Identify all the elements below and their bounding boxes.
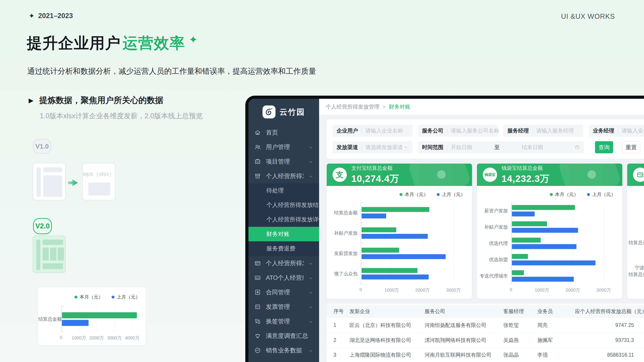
table-cell: 吴焱燕	[501, 333, 535, 348]
wireframe-v1	[33, 163, 66, 200]
divider	[532, 128, 533, 134]
sidebar-item-label: 用户管理	[266, 143, 290, 151]
table-cell: 424	[637, 348, 644, 362]
x-axis-labels: 01000万2000万3000万4000万	[61, 335, 139, 342]
chevron-down-icon	[308, 348, 313, 353]
bar-group	[512, 270, 613, 282]
invoice-icon: ¥=	[254, 304, 261, 310]
wireframe-block	[42, 263, 63, 269]
reset-button[interactable]: 重置	[622, 141, 640, 153]
field-placeholder: 请输入企业名称	[366, 127, 403, 134]
sidebar-item[interactable]: 换签管理	[248, 314, 319, 329]
bar	[512, 238, 541, 242]
filter-input[interactable]: 企业用户请输入企业名称	[332, 125, 412, 137]
sidebar-subitem[interactable]: 待处理	[248, 183, 319, 198]
partial-category-label: 结算总金额	[628, 271, 644, 278]
bar	[362, 207, 429, 212]
sidebar-item[interactable]: 合同管理	[248, 285, 319, 300]
table-row[interactable]: 2湖北至达网络科技有限公司漯河凯翔网络科技有限公司吴焱燕施佩军93731.346	[327, 333, 644, 348]
category-label: 专送代理城市	[478, 273, 508, 279]
sidebar-item[interactable]: 个人经营所得发放管理	[248, 169, 319, 183]
chart-plot: 结算总金额	[61, 306, 139, 332]
svg-text:ATO: ATO	[256, 277, 260, 279]
legend-item[interactable]: 上月（元）	[587, 191, 616, 198]
filter-input[interactable]: 服务经理请输入服务经理	[503, 125, 584, 137]
sidebar-item[interactable]: 个人经营所得发放账户	[248, 256, 319, 270]
sidebar-item[interactable]: 用户管理	[248, 140, 319, 154]
x-tick-label: 3000万	[446, 287, 461, 293]
divider	[618, 128, 618, 134]
bar-group	[512, 254, 613, 265]
summary-card: 钱袋宝钱袋宝结算总金额14,232.3万本月（元）上月（元）薪资户发放补贴户发放…	[477, 164, 622, 299]
breadcrumb-parent[interactable]: 个人经营所得发放管理	[326, 103, 380, 110]
chevron-down-icon	[308, 159, 313, 164]
table-header-cell: 发新企业	[347, 305, 422, 318]
table-cell: 匠云（北京）科技有限公司	[347, 318, 422, 333]
table-cell: 142	[637, 318, 644, 333]
chart-category-row: 结算总金额	[61, 306, 139, 332]
filter-input[interactable]: 服务公司请输入服务公司名称	[418, 125, 498, 137]
sidebar-subitem-active[interactable]: 财务对账	[248, 227, 319, 241]
card-value: 14,232.3万	[502, 173, 550, 185]
mini-chart-card: 本月（元）上月（元）结算总金额01000万2000万3000万4000万	[38, 287, 146, 346]
field-placeholder: 请选择发放渠道	[366, 144, 403, 151]
filter-input[interactable]: 业务经理请输入业务经理	[589, 125, 644, 137]
table-header-cell: 业务员	[535, 305, 573, 318]
dashboard-frame: 云竹园 首页用户管理项目管理个人经营所得发放管理待处理个人经营所得发放结算单查询…	[245, 96, 644, 362]
sidebar-item[interactable]: 项目管理	[248, 154, 319, 169]
bar-group	[512, 205, 613, 216]
title-black: 提升企业用户	[27, 34, 121, 51]
channel-select[interactable]: 发放渠道 请选择发放渠道	[332, 141, 412, 153]
legend-item[interactable]: 本月（元）	[550, 191, 578, 198]
x-tick-label: 1000万	[384, 287, 399, 293]
legend-label: 本月（元）	[80, 294, 103, 300]
page: ✦ 2021–2023 UI &UX WORKS 提升企业用户运营效率✦ 通过统…	[0, 0, 644, 362]
wireframe-xlsx: wps（xlsx）	[82, 163, 116, 200]
legend-item[interactable]: 本月（元）	[400, 191, 428, 198]
v1-badge: V1.0	[33, 139, 51, 154]
sidebar-item[interactable]: ATOATO个人经营所得发放管理	[248, 270, 319, 285]
table-row[interactable]: 3上海熠隆国际物流有限公司河南月歌互联网科技有限公司张晶晶李强8586316.1…	[327, 348, 644, 362]
card-text: 支付宝结算总金额10,274.4万	[351, 165, 399, 185]
sidebar-item[interactable]: 满意度调查汇总	[248, 329, 319, 343]
contract-icon	[254, 289, 261, 296]
divider	[447, 128, 447, 134]
dashboard-app: 云竹园 首页用户管理项目管理个人经营所得发放管理待处理个人经营所得发放结算单查询…	[248, 99, 644, 362]
query-button[interactable]: 查询	[595, 141, 613, 153]
legend-item[interactable]: 上月（元）	[112, 294, 140, 300]
card-chart-body: 本月（元）上月（元）薪资户发放补贴户发放优选代理优选加盟专送代理城市01000万…	[477, 186, 622, 299]
chart-legend: 本月（元）上月（元）	[550, 191, 616, 198]
content-area: 企业用户请输入企业名称服务公司请输入服务公司名称服务经理请输入服务经理业务经理请…	[319, 115, 644, 362]
sidebar-subitem[interactable]: 服务费退费	[248, 241, 319, 256]
sidebar-subitem[interactable]: 个人经营所得发放详情	[248, 212, 319, 227]
card-header: 钱袋宝钱袋宝结算总金额14,232.3万	[477, 164, 622, 186]
legend-item[interactable]: 上月（元）	[437, 191, 465, 198]
bar	[512, 260, 596, 265]
sparkle-dark-icon: ✦	[28, 12, 35, 20]
card-label: 钱袋宝结算总金额	[502, 165, 550, 172]
wireframe-block	[58, 248, 64, 261]
sidebar-item[interactable]: 推广联盟	[248, 358, 319, 362]
date-range-field[interactable]: 时间范围 开始日期 至 结束日期	[418, 141, 584, 153]
sidebar-subitem[interactable]: 个人经营所得发放结算单查询	[248, 198, 319, 212]
x-tick-label: 1000万	[535, 287, 549, 293]
card-badge-text: 支	[336, 170, 344, 180]
legend-dot-icon	[437, 193, 440, 196]
sidebar-item[interactable]: ¥=发票管理	[248, 300, 319, 314]
section-header: ▶ 提炼数据，聚焦用户所关心的数据	[28, 95, 164, 106]
account-icon	[254, 260, 261, 267]
sidebar-item[interactable]: 销售业务数据	[248, 343, 319, 358]
sidebar-item-label: 销售业务数据	[266, 346, 302, 355]
bar	[512, 244, 576, 249]
sidebar-item[interactable]: 首页	[248, 125, 319, 140]
finance-table: 序号发新企业服务公司客服经理业务员应个人经营所得发放总额（元）服务费总额（元）1…	[327, 305, 644, 362]
chart-category-row: 薪资户发放	[511, 202, 613, 219]
table-row[interactable]: 1匠云（北京）科技有限公司河南恒扬配送服务有限公司张乾玺周亮9747.25142	[327, 318, 644, 333]
bar	[512, 205, 575, 210]
table-cell: 93731.3	[573, 333, 637, 348]
legend-item[interactable]: 本月（元）	[74, 294, 103, 300]
chart-category-row: 优选代理	[511, 235, 613, 251]
table-cell: 周亮	[535, 318, 573, 333]
field-placeholder: 请输入业务经理	[622, 127, 644, 134]
filter-row: 发放渠道 请选择发放渠道 时间范围 开始日期 至 结束日期	[332, 141, 640, 153]
